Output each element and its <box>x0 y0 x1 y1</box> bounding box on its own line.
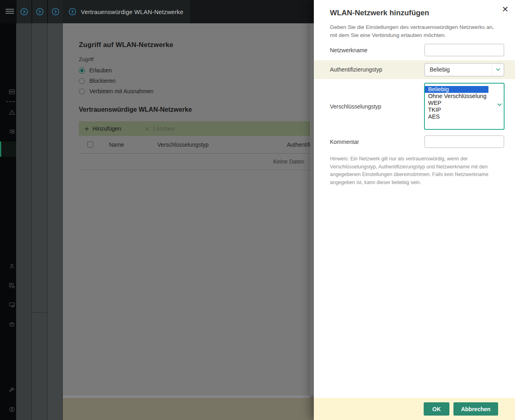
nav-drawer-column-1[interactable] <box>16 23 32 420</box>
hamburger-menu-button[interactable] <box>0 0 16 23</box>
option-wep[interactable]: WEP <box>425 100 504 107</box>
horizontal-scrollbar[interactable] <box>63 395 310 398</box>
top-bar: Vertrauenswürdige WLAN-Netzwerke <box>0 0 314 23</box>
account-icon[interactable] <box>9 406 15 412</box>
user-icon[interactable] <box>9 263 15 269</box>
cancel-button[interactable]: Abbrechen <box>453 402 498 416</box>
tab-level-1[interactable] <box>16 0 31 23</box>
tab-active-trusted-wlan[interactable]: Vertrauenswürdige WLAN-Netzwerke <box>63 0 190 23</box>
vertical-scrollbar[interactable] <box>310 23 314 395</box>
auth-type-select[interactable]: Beliebig <box>424 63 504 76</box>
chevron-down-icon[interactable] <box>497 103 502 107</box>
hierarchy-icon[interactable] <box>9 129 15 135</box>
wrench-icon[interactable] <box>9 387 15 393</box>
hint-text: Hinweis: Ein Netzwerk gilt nur als vertr… <box>330 155 492 186</box>
option-ohne-verschluesselung[interactable]: Ohne Verschlüsselung <box>425 93 504 100</box>
dialog-title: WLAN-Netzwerk hinzufügen <box>330 8 429 17</box>
tab-level-2[interactable] <box>32 0 47 23</box>
devices-icon[interactable] <box>9 89 15 95</box>
add-wlan-network-panel: WLAN-Netzwerk hinzufügen ✕ Geben Sie die… <box>314 0 515 420</box>
auth-type-value: Beliebig <box>430 64 450 76</box>
nav-drawer-column-3[interactable] <box>47 23 63 420</box>
option-beliebig[interactable]: Beliebig <box>425 86 488 93</box>
network-name-input[interactable] <box>424 44 504 56</box>
comment-input[interactable] <box>424 135 504 148</box>
left-nav-rail <box>0 23 16 420</box>
comment-label: Kommentar <box>330 139 359 145</box>
step-circle-icon <box>68 8 76 16</box>
chevron-down-icon <box>496 68 501 71</box>
encryption-type-label: Verschlüsselungstyp <box>330 103 381 110</box>
dialog-footer: OK Abbrechen <box>314 398 515 420</box>
basket-icon[interactable] <box>9 321 15 327</box>
warning-icon[interactable] <box>9 109 15 115</box>
dialog-description: Geben Sie die Einstellungen des vertraue… <box>330 23 496 39</box>
step-circle-icon <box>52 8 60 16</box>
nav-drawer-column-2[interactable] <box>32 23 47 420</box>
auth-type-label: Authentifizierungstyp <box>330 66 382 73</box>
tab-level-3[interactable] <box>47 0 63 23</box>
network-name-label: Netzwerkname <box>330 47 367 53</box>
drawer-divider <box>32 312 47 313</box>
remote-install-icon[interactable] <box>9 302 15 308</box>
report-settings-icon[interactable] <box>9 283 15 289</box>
option-aes[interactable]: AES <box>425 113 504 120</box>
page-title: Vertrauenswürdige WLAN-Netzwerke <box>81 8 183 15</box>
step-circle-icon <box>20 8 28 16</box>
rail-divider <box>6 101 15 102</box>
hamburger-icon <box>6 9 14 10</box>
step-circle-icon <box>36 8 44 16</box>
close-icon[interactable]: ✕ <box>502 5 509 13</box>
modal-dim-overlay <box>63 23 314 420</box>
ok-button[interactable]: OK <box>424 402 449 416</box>
sidebar-item-selected[interactable] <box>0 141 16 157</box>
option-tkip[interactable]: TKIP <box>425 107 504 113</box>
encryption-type-listbox[interactable]: Beliebig Ohne Verschlüsselung WEP TKIP A… <box>424 83 505 130</box>
